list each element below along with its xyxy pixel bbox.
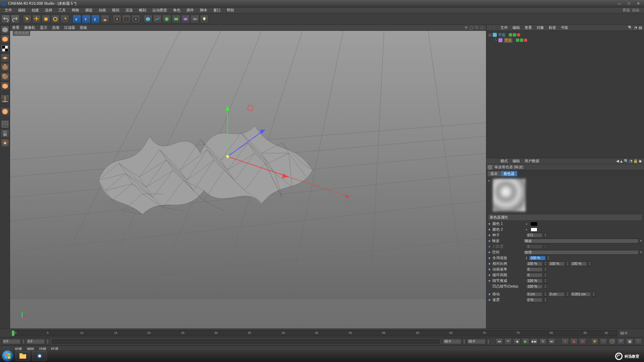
viewport-canvas[interactable] xyxy=(10,31,486,328)
nav-new-icon[interactable]: ◔ xyxy=(629,159,633,163)
detail-spinner[interactable] xyxy=(544,279,547,283)
tab-basic[interactable]: 基本 xyxy=(488,171,500,176)
loop-button[interactable]: ↻ xyxy=(539,338,547,345)
am-mode[interactable]: 模式 xyxy=(500,159,508,164)
menu-window[interactable]: 窗口 xyxy=(211,7,223,13)
tree-row-displacer[interactable]: └ 置换 xyxy=(488,38,642,43)
speed-spinner[interactable] xyxy=(544,298,547,302)
cur-spinner[interactable] xyxy=(46,339,49,344)
keyframe-button[interactable]: ◈ xyxy=(579,338,586,345)
recent-tool[interactable] xyxy=(60,15,69,23)
step-fwd-button[interactable]: ▶▶ xyxy=(531,338,538,345)
move-z-field[interactable]: 0.001 cm xyxy=(570,292,591,297)
menu-character[interactable]: 角色 xyxy=(170,7,183,13)
menu-create[interactable]: 创建 xyxy=(29,7,42,13)
seed-field[interactable]: 671 xyxy=(526,233,543,238)
global-scale-field[interactable]: 100 % xyxy=(529,256,546,260)
play-button[interactable]: ▶ xyxy=(522,338,529,345)
nav-search-icon[interactable]: 🔍 xyxy=(624,159,629,163)
om-object[interactable]: 对象 xyxy=(537,25,544,30)
am-userdata[interactable]: 用户数据 xyxy=(525,159,539,164)
search-icon[interactable]: 🔍 xyxy=(628,25,633,30)
environment-button[interactable] xyxy=(181,15,190,23)
play-back-button[interactable]: ◀ xyxy=(513,338,521,345)
key-pos-button[interactable]: ✥ xyxy=(591,338,598,345)
nav-up-icon[interactable]: ▲ xyxy=(620,159,623,163)
rel-y-spinner[interactable] xyxy=(566,261,569,266)
goto-start-button[interactable]: ⏮ xyxy=(496,338,503,345)
om-view[interactable]: 查看 xyxy=(525,25,532,30)
menu-script[interactable]: 脚本 xyxy=(197,7,210,13)
filter-icon[interactable]: ◔ xyxy=(634,25,637,30)
rel-z-spinner[interactable] xyxy=(588,261,591,266)
select-tool[interactable] xyxy=(23,15,32,23)
view-icon[interactable]: ▤ xyxy=(639,25,642,30)
edge-mode-button[interactable] xyxy=(1,72,9,81)
light-button[interactable] xyxy=(200,15,209,23)
soft-select-button[interactable] xyxy=(1,139,9,147)
playhead[interactable] xyxy=(12,330,14,336)
loop-spinner[interactable] xyxy=(544,273,547,278)
space-dropdown[interactable]: 纹理 xyxy=(523,250,639,255)
om-file[interactable]: 文件 xyxy=(500,25,508,30)
end-frame-field[interactable]: 90 F xyxy=(443,339,462,344)
scale-tool[interactable] xyxy=(42,15,50,23)
menu-help[interactable]: 帮助 xyxy=(224,7,237,13)
om-tags[interactable]: 标签 xyxy=(549,25,556,30)
maximize-button[interactable]: □ xyxy=(625,1,633,6)
model-mode-button[interactable] xyxy=(1,35,9,44)
render-picture-button[interactable] xyxy=(122,15,131,23)
menu-edit[interactable]: 编辑 xyxy=(15,7,28,13)
move-x-spinner[interactable] xyxy=(544,292,547,297)
key-scale-button[interactable]: ▫ xyxy=(600,338,607,345)
spline-button[interactable] xyxy=(153,15,162,23)
noise-dropdown[interactable]: 噪波 xyxy=(523,239,639,243)
timeline-track[interactable]: 0 5 10 15 20 25 30 35 40 45 50 55 60 65 … xyxy=(11,330,617,336)
nav-back-icon[interactable]: ◀ xyxy=(616,159,619,163)
generator-button[interactable] xyxy=(162,15,171,23)
goto-end-button[interactable]: ⏭ xyxy=(548,338,555,345)
vp-nav-icon[interactable]: ✥ xyxy=(464,25,468,30)
vp-menu-filter[interactable]: 过滤器 xyxy=(64,25,75,30)
menu-render[interactable]: 渲染 xyxy=(123,7,136,13)
speed-field[interactable]: 0 % xyxy=(526,298,543,302)
poly-mode-button[interactable] xyxy=(1,82,9,90)
menu-file[interactable]: 文件 xyxy=(2,7,15,13)
noise-preview[interactable] xyxy=(492,178,526,212)
current-frame-field[interactable]: 0 F xyxy=(26,339,45,344)
rel-x-field[interactable]: 100 % xyxy=(526,261,543,266)
timeline[interactable]: 0 5 10 15 20 25 30 35 40 45 50 55 60 65 … xyxy=(0,328,644,337)
snap-button[interactable] xyxy=(1,120,9,129)
move-y-field[interactable]: 0 cm xyxy=(548,292,565,297)
vp-menu-panel[interactable]: 面板 xyxy=(80,25,87,30)
viewport-solo-button[interactable] xyxy=(1,107,9,116)
vp-menu-display[interactable]: 显示 xyxy=(40,25,47,30)
rel-z-field[interactable]: 100 % xyxy=(570,261,587,266)
vp-menu-view[interactable]: 查看 xyxy=(12,25,19,30)
am-edit[interactable]: 编辑 xyxy=(513,159,520,164)
key-param-button[interactable]: P xyxy=(617,338,625,345)
camera-button[interactable] xyxy=(191,15,199,23)
global-spinner[interactable] xyxy=(547,256,550,260)
menu-select[interactable]: 选择 xyxy=(42,7,55,13)
menu-snap[interactable]: 捕捉 xyxy=(83,7,95,13)
start-spinner[interactable] xyxy=(22,339,25,344)
redo-button[interactable] xyxy=(11,15,19,23)
key-sel-button[interactable]: ⋮ xyxy=(635,338,642,345)
vp-zoom-icon[interactable]: ◯ xyxy=(469,25,473,30)
color2-swatch[interactable] xyxy=(531,228,537,232)
animspeed-spinner[interactable] xyxy=(544,267,547,272)
undo-button[interactable] xyxy=(1,15,10,23)
axis-x-button[interactable]: X xyxy=(72,15,81,23)
menu-animate[interactable]: 动画 xyxy=(96,7,109,13)
key-rot-button[interactable]: ◯ xyxy=(608,338,616,345)
layout-label[interactable]: 界面: 启动 xyxy=(620,7,642,13)
color1-swatch[interactable] xyxy=(531,222,537,226)
point-mode-button[interactable] xyxy=(1,63,9,72)
taskbar-c4d[interactable] xyxy=(32,351,47,361)
range-slider[interactable] xyxy=(52,340,439,344)
move-z-spinner[interactable] xyxy=(592,292,595,297)
render-settings-button[interactable] xyxy=(131,15,140,23)
menu-sculpt[interactable]: 雕刻 xyxy=(136,7,149,13)
step-back-button[interactable]: ↶ xyxy=(504,338,512,345)
